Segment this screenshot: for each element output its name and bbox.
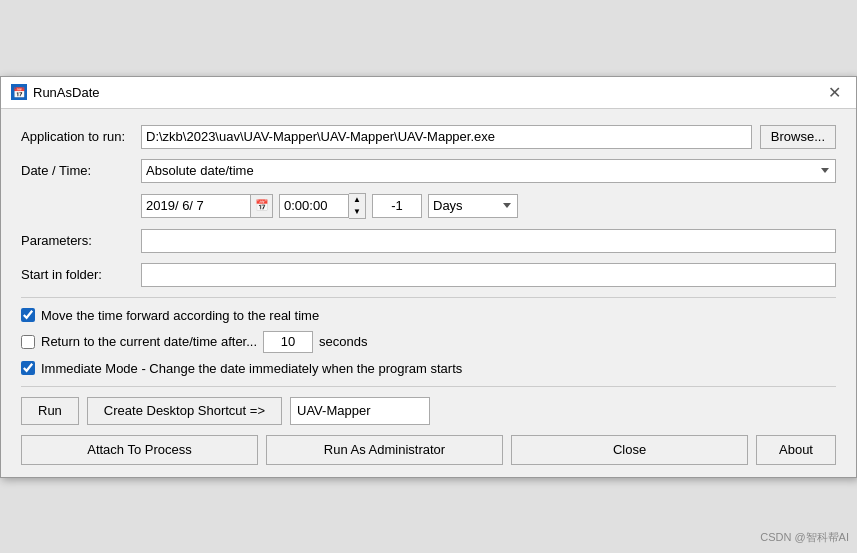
parameters-row: Parameters:	[21, 229, 836, 253]
return-time-label[interactable]: Return to the current date/time after...	[41, 334, 257, 349]
date-cal-group: 📅	[141, 194, 273, 218]
seconds-label: seconds	[319, 334, 367, 349]
datetime-values-row: 📅 ▲ ▼ Days Hours Minutes Seconds	[141, 193, 836, 219]
run-button[interactable]: Run	[21, 397, 79, 425]
datetime-select[interactable]: Absolute date/time Relative date/time	[141, 159, 836, 183]
checkbox1-row: Move the time forward according to the r…	[21, 308, 836, 323]
checkbox3-row: Immediate Mode - Change the date immedia…	[21, 361, 836, 376]
window-title: RunAsDate	[33, 85, 99, 100]
offset-input[interactable]	[372, 194, 422, 218]
action-row: Run Create Desktop Shortcut =>	[21, 397, 836, 425]
divider2	[21, 386, 836, 387]
app-row: Application to run: Browse...	[21, 125, 836, 149]
title-bar-left: 📅 RunAsDate	[11, 84, 99, 100]
move-time-label[interactable]: Move the time forward according to the r…	[41, 308, 319, 323]
browse-button[interactable]: Browse...	[760, 125, 836, 149]
time-spin-down[interactable]: ▼	[349, 206, 365, 218]
parameters-input[interactable]	[141, 229, 836, 253]
close-window-button[interactable]: ✕	[822, 80, 846, 104]
attach-process-button[interactable]: Attach To Process	[21, 435, 258, 465]
seconds-input[interactable]	[263, 331, 313, 353]
close-button[interactable]: Close	[511, 435, 748, 465]
parameters-label: Parameters:	[21, 233, 141, 248]
time-spin-up[interactable]: ▲	[349, 194, 365, 206]
start-folder-input[interactable]	[141, 263, 836, 287]
immediate-mode-checkbox[interactable]	[21, 361, 35, 375]
app-label: Application to run:	[21, 129, 141, 144]
title-bar: 📅 RunAsDate ✕	[1, 77, 856, 109]
main-window: 📅 RunAsDate ✕ Application to run: Browse…	[0, 76, 857, 478]
days-select[interactable]: Days Hours Minutes Seconds	[428, 194, 518, 218]
time-input[interactable]	[279, 194, 349, 218]
about-button[interactable]: About	[756, 435, 836, 465]
date-input[interactable]	[141, 194, 251, 218]
app-icon: 📅	[11, 84, 27, 100]
start-folder-row: Start in folder:	[21, 263, 836, 287]
return-row: Return to the current date/time after...…	[21, 331, 836, 353]
run-admin-button[interactable]: Run As Administrator	[266, 435, 503, 465]
datetime-row: Date / Time: Absolute date/time Relative…	[21, 159, 836, 183]
immediate-mode-label[interactable]: Immediate Mode - Change the date immedia…	[41, 361, 462, 376]
divider1	[21, 297, 836, 298]
bottom-row: Attach To Process Run As Administrator C…	[21, 435, 836, 465]
watermark: CSDN @智科帮AI	[760, 530, 849, 545]
move-time-checkbox[interactable]	[21, 308, 35, 322]
return-time-checkbox[interactable]	[21, 335, 35, 349]
shortcut-name-input[interactable]	[290, 397, 430, 425]
start-folder-label: Start in folder:	[21, 267, 141, 282]
app-path-input[interactable]	[141, 125, 752, 149]
datetime-label: Date / Time:	[21, 163, 141, 178]
calendar-button[interactable]: 📅	[251, 194, 273, 218]
create-shortcut-button[interactable]: Create Desktop Shortcut =>	[87, 397, 282, 425]
content-area: Application to run: Browse... Date / Tim…	[1, 109, 856, 477]
time-wrapper: ▲ ▼	[279, 193, 366, 219]
time-spin-buttons: ▲ ▼	[349, 193, 366, 219]
